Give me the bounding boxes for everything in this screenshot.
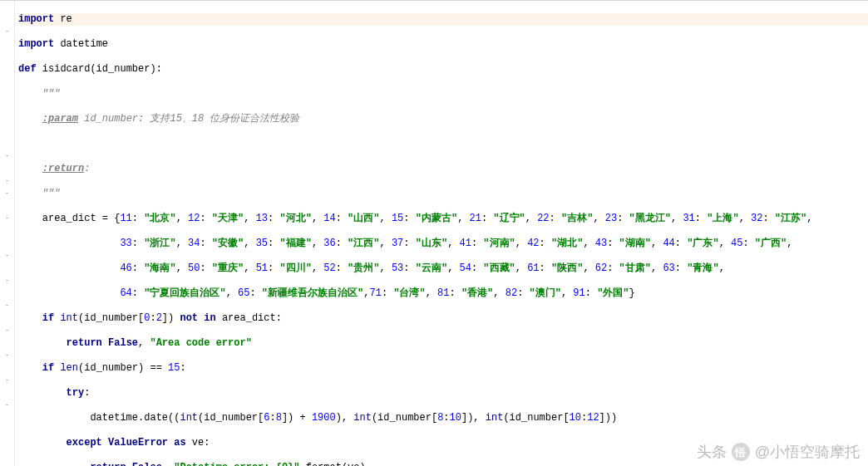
fold-marker[interactable]: - — [0, 250, 14, 262]
code-line: 64: "宁夏回族自治区", 65: "新疆维吾尔族自治区",71: "台湾",… — [18, 287, 868, 300]
fold-marker[interactable]: - — [0, 150, 14, 163]
code-line: import datetime — [18, 38, 868, 51]
code-line: return False, "Area code error" — [18, 337, 868, 350]
fold-marker[interactable] — [0, 200, 14, 213]
fold-marker[interactable] — [0, 262, 14, 275]
fold-marker[interactable] — [0, 238, 14, 250]
fold-marker[interactable]: - — [0, 275, 14, 287]
fold-marker[interactable]: - — [0, 375, 14, 387]
fold-marker[interactable] — [0, 125, 14, 138]
fold-marker[interactable]: - — [0, 300, 14, 312]
fold-marker[interactable] — [0, 312, 14, 325]
fold-marker[interactable] — [0, 63, 14, 76]
code-line: :param id_number: 支持15、18 位身份证合法性校验 — [18, 113, 868, 125]
fold-marker[interactable] — [0, 225, 14, 238]
code-line: area_dict = {11: "北京", 12: "天津", 13: "河北… — [18, 213, 868, 225]
code-line: :return: — [18, 163, 868, 175]
code-line: if len(id_number) == 15: — [18, 362, 868, 375]
fold-marker[interactable] — [0, 51, 14, 63]
fold-marker[interactable]: - — [0, 400, 14, 412]
code-area[interactable]: import re import datetime def isidcard(i… — [15, 1, 868, 466]
fold-marker[interactable] — [0, 88, 14, 101]
code-line: """ — [18, 188, 868, 200]
fold-marker[interactable] — [0, 13, 14, 26]
fold-gutter: - - - - - - - - - - - - — [0, 1, 15, 466]
code-line: 33: "浙江", 34: "安徽", 35: "福建", 36: "江西", … — [18, 238, 868, 250]
fold-marker[interactable] — [0, 1, 14, 13]
fold-marker[interactable] — [0, 38, 14, 51]
code-line: 46: "海南", 50: "重庆", 51: "四川", 52: "贵州", … — [18, 262, 868, 275]
fold-marker[interactable] — [0, 76, 14, 88]
watermark-prefix: 头条 — [697, 446, 727, 459]
fold-marker[interactable] — [0, 287, 14, 300]
fold-marker[interactable] — [0, 138, 14, 150]
fold-marker[interactable]: - — [0, 350, 14, 362]
code-editor: - - - - - - - - - - - - import re impor — [0, 0, 868, 466]
code-line: return False, "Datetime error: {0}".form… — [18, 462, 868, 466]
code-line: datetime.date((int(id_number[6:8]) + 190… — [18, 412, 868, 424]
fold-marker[interactable] — [0, 437, 14, 449]
fold-marker[interactable]: - — [0, 188, 14, 200]
code-line: import re — [18, 13, 868, 26]
fold-marker[interactable] — [0, 387, 14, 400]
fold-marker[interactable] — [0, 113, 14, 125]
fold-marker[interactable]: - — [0, 26, 14, 38]
code-line: try: — [18, 387, 868, 400]
fold-marker[interactable] — [0, 163, 14, 175]
fold-marker[interactable] — [0, 412, 14, 424]
fold-marker[interactable] — [0, 362, 14, 375]
watermark-handle: @小悟空骑摩托 — [755, 446, 860, 459]
code-line — [18, 138, 868, 150]
fold-marker[interactable]: - — [0, 325, 14, 337]
code-line: """ — [18, 88, 868, 101]
fold-marker[interactable]: - — [0, 213, 14, 225]
fold-marker[interactable] — [0, 101, 14, 113]
code-line: def isidcard(id_number): — [18, 63, 868, 76]
fold-marker[interactable]: - — [0, 175, 14, 188]
fold-marker[interactable] — [0, 337, 14, 350]
code-line: if int(id_number[0:2]) not in area_dict: — [18, 312, 868, 325]
watermark: 头条 悟 @小悟空骑摩托 — [697, 443, 860, 461]
avatar-icon: 悟 — [732, 443, 750, 461]
fold-marker[interactable] — [0, 424, 14, 437]
